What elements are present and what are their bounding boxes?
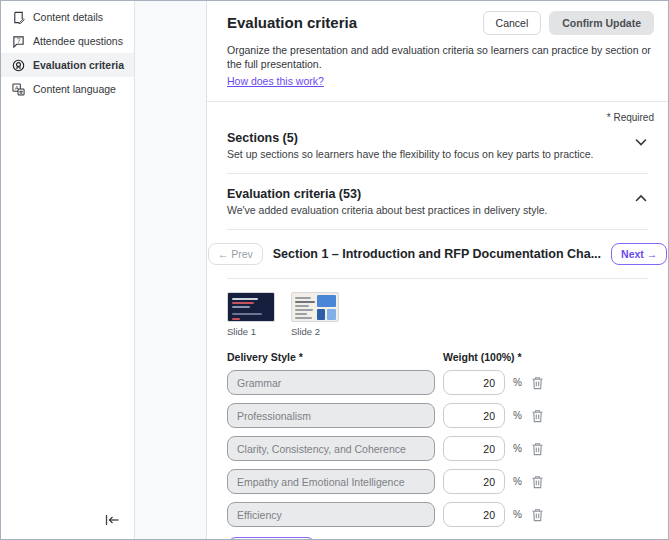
required-note: * Required [227,112,654,123]
percent-sign: % [513,509,522,520]
weight-field[interactable] [443,502,505,527]
slide-1-label: Slide 1 [227,326,275,337]
percent-sign: % [513,410,522,421]
criteria-row: % [227,502,648,527]
trash-icon[interactable] [531,375,546,391]
slide-thumbnail-1: Slide 1 [227,292,275,337]
document-edit-icon [11,10,25,24]
collapse-sidebar-icon[interactable] [104,513,120,527]
chevron-up-icon[interactable] [634,191,648,205]
preview-gutter [135,1,207,539]
criteria-row: % [227,370,648,395]
next-section-button[interactable]: Next → [611,243,667,265]
sidebar: Content details ? Attendee questions Eva… [1,1,135,539]
weight-field[interactable] [443,436,505,461]
sidebar-item-content-language[interactable]: A Content language [1,77,134,101]
evaluation-title: Evaluation criteria (53) [227,187,547,201]
criteria-row: % [227,403,648,428]
weight-field[interactable] [443,370,505,395]
criteria-name-field [227,370,435,395]
weight-header: Weight (100%) * [443,351,505,363]
trash-icon[interactable] [531,408,546,424]
criteria-name-field [227,436,435,461]
slide-1-image[interactable] [227,292,275,322]
criteria-table-header: Delivery Style * Weight (100%) * [227,351,648,363]
confirm-update-button[interactable]: Confirm Update [549,11,654,35]
award-circle-icon [11,58,25,72]
percent-sign: % [513,476,522,487]
sidebar-item-content-details[interactable]: Content details [1,5,134,29]
sections-description: Set up sections so learners have the fle… [227,148,594,160]
trash-icon[interactable] [531,507,546,523]
main-panel: Evaluation criteria Cancel Confirm Updat… [207,1,668,539]
page-title: Evaluation criteria [227,11,357,31]
divider [227,229,648,230]
slide-2-image[interactable] [291,292,339,322]
trash-icon[interactable] [531,441,546,457]
sections-title: Sections (5) [227,131,594,145]
divider [227,173,648,174]
criteria-row: % [227,436,648,461]
sidebar-item-attendee-questions[interactable]: ? Attendee questions [1,29,134,53]
trash-icon[interactable] [531,474,546,490]
translate-icon: A [11,82,25,96]
evaluation-criteria-dialog: Content details ? Attendee questions Eva… [0,0,669,540]
prev-section-button[interactable]: ← Prev [208,243,263,265]
section-nav-title: Section 1 – Introduction and RFP Documen… [273,247,601,261]
chevron-down-icon[interactable] [634,135,648,149]
panel-body: * Required Sections (5) Set up sections … [207,102,668,539]
weight-field[interactable] [443,469,505,494]
svg-text:?: ? [16,36,20,43]
slide-thumbnails: Slide 1 Slide 2 [227,292,648,337]
add-criteria-button[interactable]: + Add criteria [227,537,316,539]
weight-field[interactable] [443,403,505,428]
criteria-name-field [227,502,435,527]
sidebar-item-label: Evaluation criteria [33,59,124,71]
percent-sign: % [513,443,522,454]
criteria-row: % [227,469,648,494]
criteria-name-field [227,469,435,494]
sidebar-item-label: Content language [33,83,116,95]
slide-thumbnail-2: Slide 2 [291,292,339,337]
panel-header: Evaluation criteria Cancel Confirm Updat… [207,1,668,102]
evaluation-accordion-header[interactable]: Evaluation criteria (53) We've added eva… [227,187,648,216]
sidebar-item-evaluation-criteria[interactable]: Evaluation criteria [1,53,134,77]
slide-2-label: Slide 2 [291,326,339,337]
how-does-this-work-link[interactable]: How does this work? [227,75,324,87]
sidebar-item-label: Content details [33,11,103,23]
delivery-style-header: Delivery Style * [227,351,435,363]
sections-accordion-header[interactable]: Sections (5) Set up sections so learners… [227,131,648,160]
page-description: Organize the presentation and add evalua… [227,43,654,71]
question-bubble-icon: ? [11,34,25,48]
criteria-name-field [227,403,435,428]
cancel-button[interactable]: Cancel [483,11,542,35]
percent-sign: % [513,377,522,388]
divider [227,278,648,279]
section-nav: ← Prev Section 1 – Introduction and RFP … [227,243,648,265]
sidebar-item-label: Attendee questions [33,35,123,47]
evaluation-description: We've added evaluation criteria about be… [227,204,547,216]
